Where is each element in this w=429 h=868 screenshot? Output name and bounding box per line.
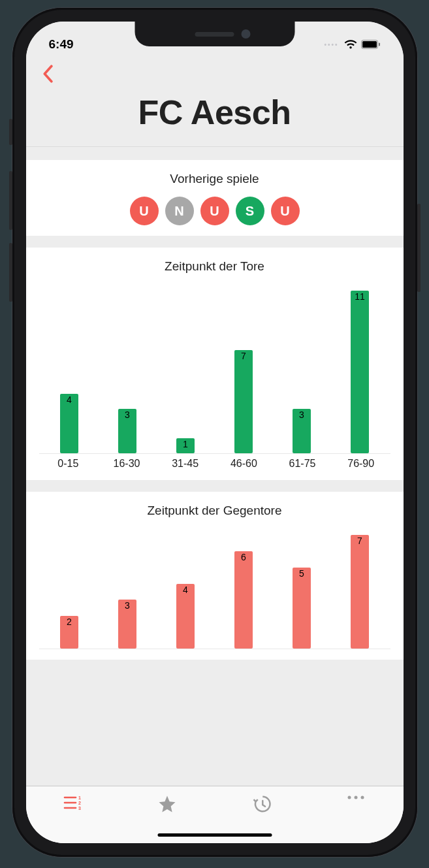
bar-column: 3 [99, 291, 157, 453]
tab-favorites[interactable] [120, 794, 215, 814]
svg-text:1: 1 [78, 796, 81, 800]
notch-speaker [195, 32, 234, 37]
home-indicator[interactable] [157, 833, 272, 837]
goals-conceded-title: Zeitpunkt der Gegentore [39, 504, 390, 518]
bar-column: 4 [157, 535, 215, 649]
bar-column: 7 [215, 291, 273, 453]
chart-x-axis: 0-1516-3031-4546-6061-7576-90 [39, 458, 390, 470]
bar-column: 3 [99, 535, 157, 649]
form-badge[interactable]: U [271, 197, 300, 225]
bar-column: 1 [157, 291, 215, 453]
bar-column: 2 [40, 535, 99, 649]
svg-rect-1 [362, 41, 377, 48]
back-button[interactable] [42, 65, 54, 86]
side-button-power [417, 204, 421, 292]
x-tick-label: 16-30 [97, 458, 156, 470]
screen: 6:49 •••• FC Aesch Vorherige spiele UNUS… [26, 22, 404, 843]
x-tick-label: 61-75 [273, 458, 332, 470]
side-button-volume-up [9, 171, 12, 230]
goals-conceded-chart: 234657 [39, 528, 390, 649]
x-tick-label: 0-15 [39, 458, 98, 470]
bar-column: 4 [40, 291, 99, 453]
svg-rect-2 [379, 43, 380, 46]
goals-scored-title: Zeitpunkt der Tore [39, 259, 390, 274]
side-button-volume-down [9, 243, 12, 302]
svg-point-9 [348, 796, 351, 799]
x-tick-label: 46-60 [215, 458, 274, 470]
svg-point-10 [355, 796, 358, 799]
bar: 4 [60, 394, 78, 453]
form-badges-row: UNUSU [39, 197, 390, 225]
bar: 4 [176, 584, 195, 649]
side-button-silent [9, 119, 12, 145]
x-tick-label: 31-45 [156, 458, 215, 470]
tab-history[interactable] [215, 794, 310, 814]
bar: 2 [60, 616, 78, 649]
bar: 1 [176, 438, 195, 453]
goals-scored-chart: 4317311 0-1516-3031-4546-6061-7576-90 [39, 284, 390, 470]
bar: 3 [293, 409, 311, 453]
svg-text:2: 2 [78, 801, 81, 805]
bar: 7 [234, 350, 253, 453]
bar: 11 [351, 291, 369, 453]
header: FC Aesch [26, 59, 404, 147]
notch-camera [241, 29, 250, 39]
tab-rankings[interactable]: 123 [26, 794, 121, 811]
wifi-icon [344, 39, 357, 50]
bar: 7 [351, 535, 369, 649]
notch [135, 22, 294, 46]
previous-games-title: Vorherige spiele [39, 172, 390, 186]
previous-games-card: Vorherige spiele UNUSU [26, 160, 404, 236]
bar: 3 [118, 409, 136, 453]
battery-icon [361, 40, 381, 49]
bar-column: 3 [273, 291, 331, 453]
content-scroll[interactable]: Vorherige spiele UNUSU Zeitpunkt der Tor… [26, 147, 404, 786]
bar: 5 [293, 568, 311, 649]
form-badge[interactable]: U [130, 197, 159, 225]
status-time: 6:49 [49, 37, 74, 52]
svg-point-11 [361, 796, 364, 799]
svg-text:3: 3 [78, 806, 81, 811]
goals-conceded-chart-card: Zeitpunkt der Gegentore 234657 [26, 492, 404, 660]
page-title: FC Aesch [40, 93, 389, 132]
chart-bars: 4317311 [39, 291, 390, 454]
bar: 6 [234, 551, 253, 649]
chart-bars: 234657 [39, 535, 390, 649]
form-badge[interactable]: N [165, 197, 194, 225]
form-badge[interactable]: S [236, 197, 264, 225]
bar-column: 5 [273, 535, 331, 649]
form-badge[interactable]: U [200, 197, 229, 225]
x-tick-label: 76-90 [332, 458, 390, 470]
goals-scored-chart-card: Zeitpunkt der Tore 4317311 0-1516-3031-4… [26, 248, 404, 480]
cellular-signal-icon: •••• [324, 41, 338, 48]
bar-column: 6 [215, 535, 273, 649]
phone-device-frame: 6:49 •••• FC Aesch Vorherige spiele UNUS… [12, 8, 417, 857]
tab-more[interactable] [309, 794, 404, 801]
bar-column: 7 [331, 535, 389, 649]
bar: 3 [118, 600, 136, 649]
bar-column: 11 [331, 291, 389, 453]
